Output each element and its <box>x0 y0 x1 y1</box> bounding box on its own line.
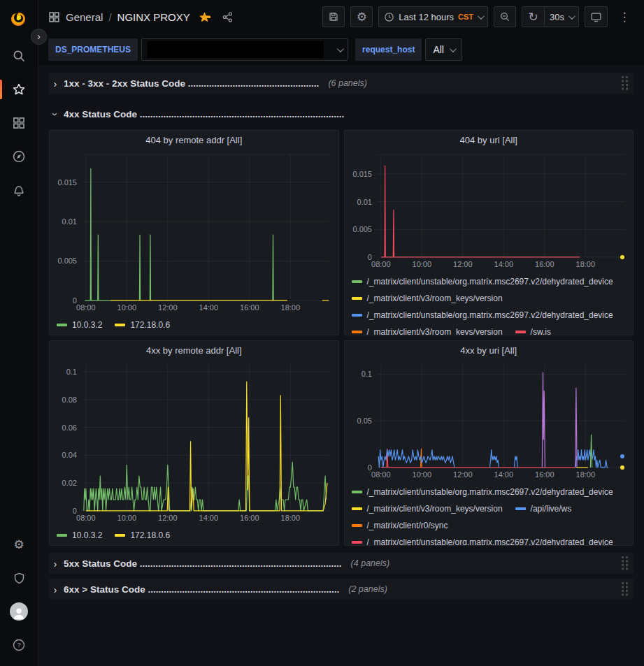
chevron-right-icon: › <box>52 584 59 595</box>
row-drag-handle[interactable] <box>621 75 629 91</box>
svg-text:18:00: 18:00 <box>575 260 594 268</box>
svg-text:18:00: 18:00 <box>281 303 300 312</box>
empty-canvas-space <box>49 600 634 666</box>
chart-svg: 08:0010:0012:0014:0016:0018:0000.0050.01… <box>345 149 634 272</box>
legend-item[interactable]: /_matrix/client/unstable/org.matrix.msc2… <box>352 487 613 497</box>
sidebar-item-starred[interactable] <box>0 73 38 106</box>
time-series-chart[interactable]: 08:0010:0012:0014:0016:0018:0000.020.040… <box>50 359 338 526</box>
save-icon <box>328 11 339 22</box>
legend-item[interactable]: /api/live/ws <box>515 504 572 514</box>
chart-svg: 08:0010:0012:0014:0016:0018:0000.0050.01… <box>50 149 338 315</box>
monitor-icon <box>590 11 602 23</box>
svg-text:0: 0 <box>367 463 371 472</box>
variable-datasource: DS_PROMETHEUS <box>48 38 348 61</box>
zoom-out-icon <box>499 11 510 22</box>
save-dashboard-button[interactable] <box>322 6 345 27</box>
legend-item[interactable]: 172.18.0.6 <box>115 320 170 330</box>
tv-mode-button[interactable] <box>585 6 608 27</box>
row-drag-handle[interactable] <box>621 581 629 597</box>
row-1xx-3xx-2xx[interactable]: › 1xx - 3xx - 2xx Status Code ..........… <box>49 73 634 94</box>
svg-text:0.005: 0.005 <box>57 256 76 265</box>
svg-text:08:00: 08:00 <box>371 470 390 479</box>
row-6xx[interactable]: › 6xx > Status Code ....................… <box>49 579 634 600</box>
svg-text:0.015: 0.015 <box>352 170 371 178</box>
row-drag-handle[interactable] <box>621 556 629 571</box>
legend-label: /api/live/ws <box>531 504 572 514</box>
legend-label: 172.18.0.6 <box>130 530 170 540</box>
refresh-interval-picker[interactable]: 30s <box>544 6 579 27</box>
kebab-menu-icon: ⋮ <box>619 11 631 23</box>
svg-text:14:00: 14:00 <box>494 260 513 268</box>
legend-label: 172.18.0.6 <box>130 320 170 330</box>
legend-item[interactable]: /_matrix/client/unstable/org.matrix.msc2… <box>352 277 613 287</box>
sidebar-item-dashboards[interactable] <box>0 106 38 140</box>
sidebar-item-profile[interactable] <box>0 595 38 628</box>
sidebar-expand-button[interactable]: › <box>31 29 47 45</box>
svg-text:0.02: 0.02 <box>62 479 77 487</box>
time-series-chart[interactable]: 08:0010:0012:0014:0016:0018:0000.050.1 <box>345 359 634 482</box>
sidebar-item-server-admin[interactable] <box>0 561 38 595</box>
row-5xx[interactable]: › 5xx Status Code ......................… <box>49 553 634 574</box>
legend-swatch <box>352 314 362 317</box>
sidebar-item-help[interactable]: ? <box>0 628 38 662</box>
variable-request-host-value[interactable]: All <box>425 38 462 61</box>
panel-404-by-uri-all: 404 by uri [All]08:0010:0012:0014:0016:0… <box>344 130 634 335</box>
legend-item[interactable]: /_matrix/client/unstable/org.matrix.msc2… <box>352 310 613 320</box>
variable-datasource-label[interactable]: DS_PROMETHEUS <box>48 38 138 61</box>
legend-label: /_matrix/client/v3/room_keys/version <box>367 327 503 335</box>
panel-4xx-by-remote-addr-all: 4xx by remote addr [All]08:0010:0012:001… <box>49 340 339 546</box>
legend-label: /_matrix/client/r0/sync <box>367 521 448 530</box>
sidebar-item-configuration[interactable]: ⚙ <box>0 528 38 561</box>
panel-404-by-remote-addr-all: 404 by remote addr [All]08:0010:0012:001… <box>49 130 339 335</box>
variable-datasource-select[interactable] <box>141 38 348 61</box>
sidebar-item-explore[interactable] <box>0 140 38 173</box>
zoom-out-button[interactable] <box>494 6 516 27</box>
apps-grid-icon[interactable] <box>48 11 60 23</box>
panel-title[interactable]: 4xx by remote addr [All] <box>50 341 338 359</box>
dashboard-title[interactable]: NGINX PROXY <box>117 11 190 23</box>
legend-label: /_matrix/client/unstable/org.matrix.msc2… <box>367 277 613 287</box>
series-point <box>620 454 624 458</box>
legend-item[interactable]: 10.0.3.2 <box>57 320 102 330</box>
legend-item[interactable]: 172.18.0.6 <box>115 530 170 540</box>
breadcrumb-folder[interactable]: General <box>66 11 103 23</box>
svg-text:10:00: 10:00 <box>412 260 431 268</box>
legend-row: /_matrix/client/r0/sync <box>352 517 627 534</box>
svg-text:14:00: 14:00 <box>199 303 218 312</box>
row-panel-count: (2 panels) <box>348 584 387 594</box>
time-series-chart[interactable]: 08:0010:0012:0014:0016:0018:0000.0050.01… <box>50 149 338 315</box>
panel-4xx-by-uri-all: 4xx by uri [All]08:0010:0012:0014:0016:0… <box>344 340 634 546</box>
legend-item[interactable]: /_matrix/client/v3/room_keys/version <box>352 327 503 335</box>
legend-item[interactable]: 10.0.3.2 <box>57 530 102 540</box>
bell-icon <box>12 183 26 197</box>
time-series-chart[interactable]: 08:0010:0012:0014:0016:0018:0000.0050.01… <box>345 149 634 272</box>
favorite-star-icon[interactable] <box>199 11 210 23</box>
refresh-button[interactable]: ↻ <box>522 6 544 27</box>
person-icon <box>11 605 27 621</box>
share-icon[interactable] <box>222 11 234 23</box>
legend-item[interactable]: /_matrix/client/unstable/org.matrix.msc2… <box>352 537 613 545</box>
dashboard-settings-button[interactable]: ⚙ <box>350 6 373 27</box>
legend-item[interactable]: /_matrix/client/v3/room_keys/version <box>352 294 503 303</box>
svg-text:12:00: 12:00 <box>453 260 472 268</box>
more-options-button[interactable]: ⋮ <box>613 6 636 27</box>
legend-swatch <box>352 280 362 283</box>
legend-row: /_matrix/client/v3/room_keys/version/api… <box>352 500 627 517</box>
legend-row: /_matrix/client/unstable/org.matrix.msc2… <box>352 484 627 500</box>
legend-item[interactable]: /_matrix/client/v3/room_keys/version <box>352 504 503 514</box>
sidebar-item-search[interactable] <box>0 39 38 73</box>
row-4xx[interactable]: › 4xx Status Code ......................… <box>49 103 634 124</box>
legend-item[interactable]: /sw.js <box>515 327 551 335</box>
row-title: 1xx - 3xx - 2xx Status Code ............… <box>64 78 319 89</box>
svg-text:0: 0 <box>73 507 77 515</box>
time-range-picker[interactable]: Last 12 hours CST <box>378 6 488 27</box>
legend-label: /_matrix/client/v3/room_keys/version <box>367 294 503 303</box>
sidebar-item-alerting[interactable] <box>0 173 38 207</box>
variable-request-host-label[interactable]: request_host <box>355 38 422 61</box>
panel-title[interactable]: 4xx by uri [All] <box>345 341 634 359</box>
panel-title[interactable]: 404 by uri [All] <box>345 131 634 149</box>
legend-swatch <box>352 507 362 510</box>
panel-title[interactable]: 404 by remote addr [All] <box>50 131 338 149</box>
legend-item[interactable]: /_matrix/client/r0/sync <box>352 521 448 530</box>
series-line <box>489 450 499 468</box>
